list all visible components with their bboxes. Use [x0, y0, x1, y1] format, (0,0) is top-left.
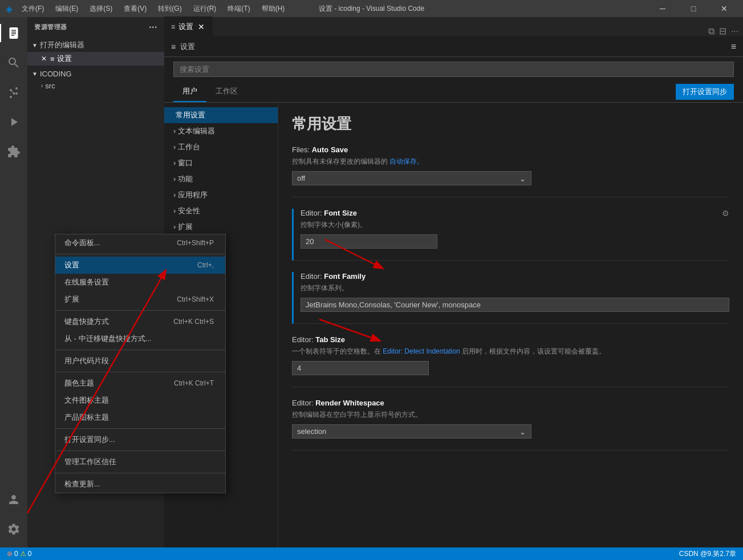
- menu-divider-4: [55, 372, 225, 372]
- sidebar-title: 资源管理器: [34, 23, 67, 31]
- setting-label-font-size: Editor: Font Size: [301, 209, 729, 217]
- menu-manage-workspace-trust[interactable]: 管理工作区信任: [55, 453, 225, 470]
- nav-common-settings[interactable]: 常用设置: [164, 107, 278, 123]
- settings-tab[interactable]: ≡ 设置 ✕: [164, 17, 213, 36]
- nav-workbench[interactable]: › 工作台: [164, 139, 278, 155]
- activity-run[interactable]: [0, 108, 27, 136]
- restore-button[interactable]: □: [680, 0, 707, 17]
- nav-features[interactable]: › 功能: [164, 171, 278, 187]
- menu-color-theme[interactable]: 颜色主题 Ctrl+K Ctrl+T: [55, 375, 225, 392]
- menu-command-palette[interactable]: 命令面板... Ctrl+Shift+P: [55, 234, 225, 251]
- menu-product-icon-theme-label: 产品图标主题: [64, 412, 109, 423]
- project-header[interactable]: ▼ ICODING: [27, 68, 164, 80]
- menu-migrate-shortcuts[interactable]: 从 - 中迁移键盘快捷方式...: [55, 330, 225, 347]
- setting-label-bold5: Render Whitespace: [315, 399, 384, 407]
- activity-explorer[interactable]: [0, 19, 27, 47]
- menu-terminal[interactable]: 终端(T): [223, 3, 254, 15]
- settings-file-item[interactable]: ✕ ≡ 设置: [27, 52, 164, 66]
- detect-indentation-link[interactable]: Editor: Detect Indentation: [383, 347, 460, 355]
- sidebar: 资源管理器 ··· ▼ 打开的编辑器 ✕ ≡ 设置 ▼ ICODING › sr…: [27, 17, 164, 547]
- statusbar-left: ⊗ 0 ⚠ 0: [5, 550, 34, 558]
- nav-window[interactable]: › 窗口: [164, 155, 278, 171]
- setting-desc-before: 一个制表符等于的空格数。在: [292, 347, 383, 355]
- settings-tab-close-button[interactable]: ✕: [197, 22, 206, 31]
- menu-product-icon-theme[interactable]: 产品图标主题: [55, 409, 225, 426]
- settings-page-title: 常用设置: [292, 114, 729, 134]
- menu-manage-workspace-trust-label: 管理工作区信任: [64, 457, 116, 467]
- sidebar-more-button[interactable]: ···: [149, 22, 157, 33]
- menu-command-palette-shortcut: Ctrl+Shift+P: [177, 239, 214, 247]
- menu-selection[interactable]: 选择(S): [85, 3, 117, 15]
- activity-account[interactable]: [0, 486, 27, 513]
- setting-label-auto-save: Files: Auto Save: [292, 145, 729, 154]
- nav-text-editor[interactable]: › 文本编辑器: [164, 123, 278, 139]
- menu-file-icon-theme[interactable]: 文件图标主题: [55, 392, 225, 409]
- tab-size-input[interactable]: [292, 361, 429, 375]
- activity-search[interactable]: [0, 49, 27, 76]
- tab-workspace[interactable]: 工作区: [206, 82, 247, 102]
- csdn-status[interactable]: CSDN @9.第2.7章: [677, 549, 738, 559]
- menu-goto[interactable]: 转到(G): [153, 3, 186, 15]
- font-size-input[interactable]: [301, 234, 437, 249]
- error-status[interactable]: ⊗ 0 ⚠ 0: [5, 550, 34, 558]
- font-family-input[interactable]: [301, 298, 729, 312]
- setting-desc-tab-size: 一个制表符等于的空格数。在 Editor: Detect Indentation…: [292, 346, 729, 356]
- nav-extensions[interactable]: › 扩展: [164, 219, 278, 235]
- menu-edit[interactable]: 编辑(E): [51, 3, 83, 15]
- menu-online-settings[interactable]: 在线服务设置: [55, 274, 225, 291]
- menu-bar: 文件(F) 编辑(E) 选择(S) 查看(V) 转到(G) 运行(R) 终端(T…: [17, 3, 289, 15]
- split-editor-button[interactable]: ⧉: [708, 26, 714, 36]
- menu-settings-shortcut: Ctrl+,: [197, 261, 214, 269]
- setting-label-tab-size: Editor: Tab Size: [292, 335, 729, 344]
- tab-bar: ≡ 设置 ✕ ⧉ ⊟ ···: [164, 17, 743, 37]
- settings-toolbar: ≡ 设置 ≡: [164, 37, 743, 57]
- setting-label-bold3: Font Family: [324, 272, 366, 281]
- setting-label-bold: Auto Save: [312, 145, 348, 154]
- menu-keyboard-shortcuts[interactable]: 键盘快捷方式 Ctrl+K Ctrl+S: [55, 313, 225, 330]
- setting-gear-icon[interactable]: ⚙: [722, 209, 729, 218]
- render-whitespace-select-wrapper: none boundary selection trailing all: [292, 424, 531, 439]
- auto-save-select[interactable]: off afterDelay onFocusChange onWindowCha…: [292, 171, 531, 185]
- src-folder-item[interactable]: › src: [27, 80, 164, 92]
- activity-manage[interactable]: [0, 516, 27, 543]
- menu-keyboard-shortcuts-label: 键盘快捷方式: [64, 316, 109, 327]
- settings-file-icon: ≡: [50, 55, 55, 63]
- csdn-text: CSDN @9.第2.7章: [679, 549, 736, 559]
- activity-source-control[interactable]: [0, 79, 27, 106]
- setting-desc-after: 启用时，根据文件内容，该设置可能会被覆盖。: [460, 347, 606, 355]
- main-layout: 资源管理器 ··· ▼ 打开的编辑器 ✕ ≡ 设置 ▼ ICODING › sr…: [0, 17, 743, 547]
- settings-search-input[interactable]: [173, 62, 734, 77]
- minimize-button[interactable]: ─: [649, 0, 676, 17]
- render-whitespace-select[interactable]: none boundary selection trailing all: [292, 424, 531, 439]
- menu-help[interactable]: 帮助(H): [257, 3, 290, 15]
- sync-button[interactable]: 打开设置同步: [676, 84, 734, 100]
- menu-view[interactable]: 查看(V): [119, 3, 151, 15]
- open-editors-label: 打开的编辑器: [40, 40, 84, 50]
- setting-label-font-family: Editor: Font Family: [301, 272, 729, 281]
- menu-divider-2: [55, 310, 225, 311]
- setting-label-prefix4: Editor:: [292, 335, 315, 344]
- activity-extensions[interactable]: [0, 138, 27, 165]
- close-icon[interactable]: ✕: [41, 55, 47, 63]
- src-folder-label: src: [45, 82, 55, 90]
- setting-desc-font-family: 控制字体系列。: [301, 283, 729, 293]
- setting-label-bold2: Font Size: [324, 209, 357, 217]
- menu-open-settings-sync[interactable]: 打开设置同步...: [55, 431, 225, 448]
- more-actions-button[interactable]: ···: [731, 26, 738, 36]
- menu-extensions[interactable]: 扩展 Ctrl+Shift+X: [55, 291, 225, 308]
- tab-user[interactable]: 用户: [173, 82, 206, 102]
- open-editors-header[interactable]: ▼ 打开的编辑器: [27, 38, 164, 52]
- menu-file-icon-theme-label: 文件图标主题: [64, 395, 109, 405]
- menu-settings[interactable]: 设置 Ctrl+,: [55, 257, 225, 274]
- close-button[interactable]: ✕: [711, 0, 737, 17]
- menu-file[interactable]: 文件(F): [17, 3, 48, 15]
- menu-check-updates[interactable]: 检查更新...: [55, 476, 225, 493]
- nav-security[interactable]: › 安全性: [164, 203, 278, 219]
- setting-auto-save-link[interactable]: 自动保存。: [389, 157, 424, 165]
- project-section: ▼ ICODING › src: [27, 67, 164, 93]
- menu-run[interactable]: 运行(R): [189, 3, 221, 15]
- nav-app[interactable]: › 应用程序: [164, 187, 278, 203]
- layout-menu-button[interactable]: ⊟: [719, 26, 726, 36]
- error-count: 0: [14, 550, 18, 558]
- menu-user-snippets[interactable]: 用户代码片段: [55, 352, 225, 370]
